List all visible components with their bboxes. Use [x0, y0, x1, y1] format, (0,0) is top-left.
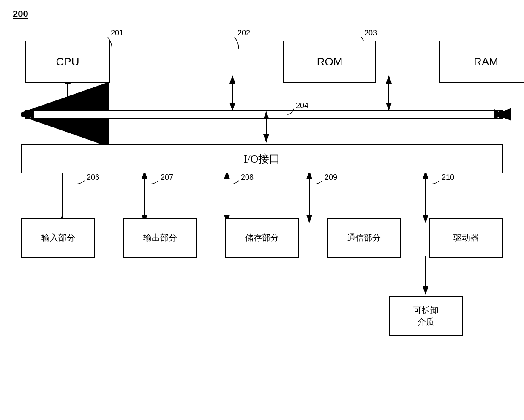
output-label: 输出部分: [143, 232, 177, 244]
io-box: I/O接口: [21, 144, 503, 173]
output-box: 输出部分: [123, 218, 197, 258]
removable-box: 可拆卸 介质: [389, 296, 463, 336]
storage-box: 储存部分: [225, 218, 299, 258]
io-label: I/O接口: [244, 152, 281, 166]
ram-box: RAM: [439, 41, 524, 83]
rom-box: ROM: [283, 41, 376, 83]
input-box: 输入部分: [21, 218, 95, 258]
removable-label: 可拆卸 介质: [413, 305, 439, 328]
cpu-label: CPU: [56, 55, 79, 68]
rom-label: ROM: [317, 55, 343, 68]
comm-label: 通信部分: [347, 232, 381, 244]
ram-label: RAM: [474, 55, 498, 68]
driver-box: 驱动器: [429, 218, 503, 258]
cpu-box: CPU: [25, 41, 110, 83]
figure-label: 200: [13, 8, 511, 19]
input-label: 输入部分: [41, 232, 75, 244]
driver-label: 驱动器: [453, 232, 479, 244]
comm-box: 通信部分: [327, 218, 401, 258]
storage-label: 储存部分: [245, 232, 279, 244]
